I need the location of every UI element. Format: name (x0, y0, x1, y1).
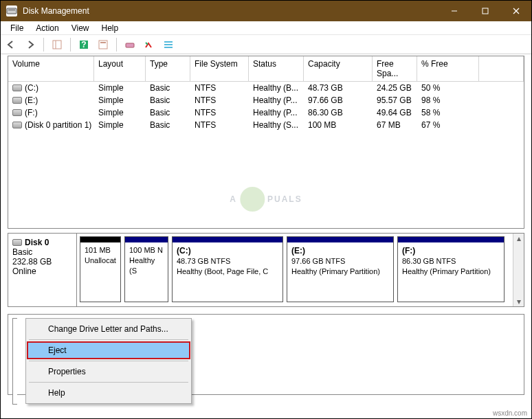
settings-button[interactable] (96, 37, 111, 52)
app-icon (6, 5, 17, 16)
show-hide-tree-button[interactable] (49, 37, 65, 52)
minimize-button[interactable] (439, 1, 469, 21)
svg-rect-12 (126, 43, 134, 47)
col-filesystem[interactable]: File System (190, 56, 249, 82)
menubar: File Action View Help (1, 21, 531, 35)
menu-separator (29, 382, 188, 383)
help-button[interactable]: ? (76, 37, 91, 52)
table-row[interactable]: (Disk 0 partition 1)SimpleBasicNTFSHealt… (8, 119, 524, 131)
col-spacer (479, 56, 524, 82)
watermark-text: A (230, 194, 237, 204)
menu-change-drive-letter[interactable]: Change Drive Letter and Paths... (27, 321, 190, 337)
list-button[interactable] (161, 37, 176, 52)
menu-separator (29, 361, 188, 361)
menu-view[interactable]: View (66, 22, 95, 34)
menu-help[interactable]: Help (27, 385, 190, 401)
partition-block[interactable]: (C:)48.73 GB NTFSHealthy (Boot, Page Fil… (172, 236, 283, 302)
col-layout[interactable]: Layout (94, 56, 146, 82)
svg-rect-11 (100, 42, 106, 43)
menu-file[interactable]: File (5, 22, 29, 34)
disk-name: Disk 0 (25, 238, 49, 247)
drive-icon (12, 122, 22, 128)
rescan-button[interactable] (142, 37, 157, 52)
svg-rect-1 (8, 10, 15, 10)
maximize-button[interactable] (469, 1, 500, 21)
disk-type: Basic (12, 247, 32, 257)
partition-row: 101 MBUnallocat100 MB NHealthy (S(C:)48.… (77, 234, 513, 306)
drive-icon (12, 109, 22, 116)
toolbar-separator (43, 38, 44, 52)
toolbar-separator (116, 38, 117, 52)
disk-state: Online (12, 267, 36, 276)
table-row[interactable]: (F:)SimpleBasicNTFSHealthy (P...86.30 GB… (8, 106, 524, 119)
menu-properties[interactable]: Properties (27, 363, 190, 380)
watermark-text: PUALS (267, 194, 302, 204)
menu-eject[interactable]: Eject (27, 342, 190, 359)
table-row[interactable]: (E:)SimpleBasicNTFSHealthy (P...97.66 GB… (8, 94, 524, 106)
watermark-logo-icon (240, 187, 265, 212)
column-headers: Volume Layout Type File System Status Ca… (8, 56, 524, 82)
svg-rect-13 (164, 41, 173, 43)
col-pctfree[interactable]: % Free (417, 56, 479, 82)
table-row[interactable]: (C:)SimpleBasicNTFSHealthy (B...48.73 GB… (8, 82, 524, 94)
scroll-down-icon[interactable]: ▾ (514, 297, 524, 306)
svg-rect-0 (7, 8, 16, 14)
back-button[interactable] (3, 37, 19, 52)
col-capacity[interactable]: Capacity (304, 56, 373, 82)
svg-rect-15 (164, 47, 173, 48)
svg-rect-3 (483, 8, 488, 14)
partition-block[interactable]: (F:)86.30 GB NTFSHealthy (Primary Partit… (397, 236, 505, 302)
context-menu: Change Drive Letter and Paths... Eject P… (25, 318, 192, 404)
disk-graphic-pane: Disk 0 Basic 232.88 GB Online 101 MBUnal… (8, 233, 524, 307)
col-free[interactable]: Free Spa... (373, 56, 417, 82)
col-type[interactable]: Type (146, 56, 190, 82)
disk-label-edge (12, 318, 17, 405)
vertical-scrollbar[interactable]: ▴ ▾ (513, 234, 524, 306)
svg-rect-14 (164, 44, 173, 45)
menu-action[interactable]: Action (30, 22, 64, 34)
toolbar: ? (1, 35, 531, 54)
partition-block[interactable]: 101 MBUnallocat (80, 236, 121, 302)
close-button[interactable] (500, 1, 531, 21)
partition-block[interactable]: (E:)97.66 GB NTFSHealthy (Primary Partit… (287, 236, 394, 302)
menu-separator (29, 339, 188, 340)
scroll-up-icon[interactable]: ▴ (514, 234, 524, 243)
drive-icon (12, 84, 22, 91)
toolbar-separator (70, 38, 71, 52)
drive-icon (12, 97, 22, 104)
partition-block[interactable]: 100 MB NHealthy (S (124, 236, 168, 302)
refresh-button[interactable] (122, 37, 137, 52)
watermark: A PUALS (230, 187, 302, 212)
window-title: Disk Management (23, 6, 439, 16)
disk-size: 232.88 GB (12, 257, 52, 267)
svg-rect-10 (99, 41, 107, 49)
disk-label[interactable]: Disk 0 Basic 232.88 GB Online (8, 234, 77, 306)
col-status[interactable]: Status (249, 56, 304, 82)
forward-button[interactable] (23, 37, 38, 52)
svg-rect-6 (53, 41, 61, 49)
col-volume[interactable]: Volume (8, 56, 94, 82)
disk-icon (12, 239, 22, 246)
volume-list-pane: Volume Layout Type File System Status Ca… (8, 56, 524, 229)
menu-help[interactable]: Help (96, 22, 124, 34)
source-watermark: wsxdn.com (493, 409, 527, 417)
svg-text:?: ? (81, 40, 86, 49)
titlebar: Disk Management (1, 1, 531, 21)
